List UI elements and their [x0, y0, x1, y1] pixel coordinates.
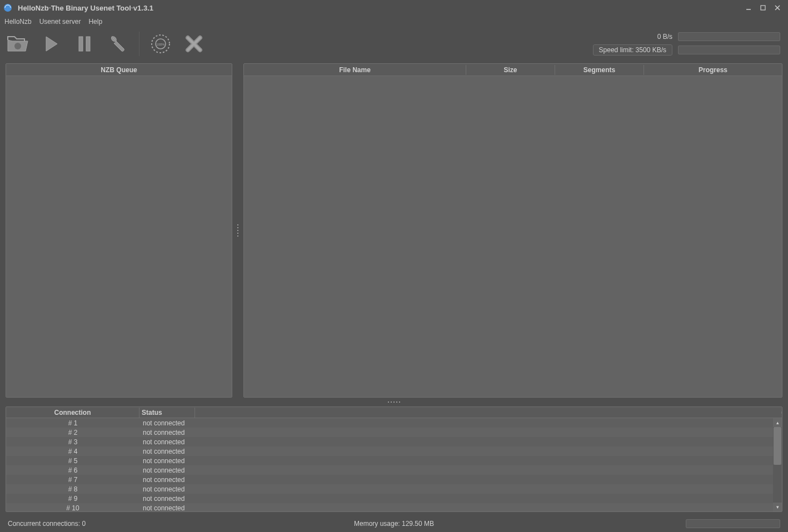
connection-row[interactable]: # 6not connected — [6, 465, 773, 475]
status-connections: Concurrent connections: 0 — [8, 520, 86, 528]
connection-row[interactable]: # 2not connected — [6, 428, 773, 437]
connection-id: # 10 — [6, 504, 139, 512]
connection-status: not connected — [139, 448, 251, 455]
svg-rect-2 — [761, 6, 765, 10]
nzb-queue-header[interactable]: NZB Queue — [6, 65, 232, 75]
connection-id: # 4 — [6, 448, 139, 455]
statusbar: Concurrent connections: 0 Memory usage: … — [0, 515, 788, 532]
connection-id: # 7 — [6, 476, 139, 484]
connection-row[interactable]: # 3not connected — [6, 437, 773, 446]
maximize-button[interactable] — [756, 2, 770, 13]
minimize-button[interactable] — [741, 2, 756, 13]
connection-id: # 2 — [6, 429, 139, 436]
connections-panel: Connection Status # 1not connected# 2not… — [6, 406, 782, 512]
menubar: HelloNzb Usenet server Help — [0, 16, 788, 28]
connection-status: not connected — [139, 504, 251, 512]
connection-row[interactable]: # 1not connected — [6, 418, 773, 428]
title-ver: v1.3.1 — [133, 4, 153, 12]
toolbar: 100% 0 B/s Speed limit: 3500 KB/s — [0, 28, 788, 60]
svg-rect-8 — [86, 37, 90, 51]
cancel-x-button[interactable] — [182, 32, 206, 56]
nzb-queue-body[interactable] — [6, 76, 232, 397]
open-folder-button[interactable] — [6, 32, 30, 56]
scroll-track[interactable] — [773, 427, 782, 503]
segments-header[interactable]: Segments — [555, 65, 644, 75]
menu-hellonzb[interactable]: HelloNzb — [4, 18, 32, 26]
connection-row[interactable]: # 7not connected — [6, 475, 773, 484]
connection-status: not connected — [139, 495, 251, 503]
file-list-body[interactable] — [244, 76, 782, 397]
file-list-panel: File Name Size Segments Progress — [243, 63, 782, 398]
vertical-splitter[interactable] — [236, 63, 240, 398]
toolbar-right: 0 B/s Speed limit: 3500 KB/s — [593, 32, 782, 56]
connection-row[interactable]: # 10not connected — [6, 503, 773, 511]
connection-status: not connected — [139, 485, 251, 493]
connection-id: # 3 — [6, 438, 139, 446]
svg-marker-6 — [46, 37, 57, 51]
scroll-down-button[interactable]: ▾ — [773, 503, 782, 511]
progress-header[interactable]: Progress — [644, 65, 782, 75]
connection-status: not connected — [139, 419, 251, 427]
title-sub: The Binary Usenet Tool — [51, 4, 131, 12]
status-progress-bar — [686, 519, 780, 528]
horizontal-splitter[interactable] — [6, 400, 782, 404]
connection-row[interactable]: # 8not connected — [6, 484, 773, 494]
main-area: NZB Queue File Name Size Segments Progre… — [0, 60, 788, 515]
toolbar-separator — [139, 32, 139, 56]
app-icon — [3, 3, 12, 12]
titlebar: HelloNzb - The Binary Usenet Tool - v1.3… — [0, 0, 788, 16]
settings-wrench-button[interactable] — [106, 32, 130, 56]
status-memory: Memory usage: 129.50 MB — [354, 520, 434, 528]
speed-label: 0 B/s — [657, 33, 672, 41]
connection-id: # 1 — [6, 419, 139, 427]
nzb-queue-panel: NZB Queue — [6, 63, 232, 398]
connection-header[interactable]: Connection — [6, 408, 139, 418]
menu-help[interactable]: Help — [88, 18, 102, 26]
connection-row[interactable]: # 9not connected — [6, 494, 773, 503]
play-button[interactable] — [39, 32, 63, 56]
file-name-header[interactable]: File Name — [244, 65, 466, 75]
scroll-thumb[interactable] — [774, 427, 781, 465]
size-header[interactable]: Size — [466, 65, 555, 75]
speed-gauge-button[interactable]: 100% — [148, 32, 173, 56]
connection-status: not connected — [139, 476, 251, 484]
title-app: HelloNzb — [18, 4, 49, 12]
connection-status: not connected — [139, 466, 251, 474]
speed-limit-button[interactable]: Speed limit: 3500 KB/s — [593, 44, 672, 56]
connection-id: # 9 — [6, 495, 139, 503]
svg-point-5 — [14, 43, 21, 49]
menu-usenet-server[interactable]: Usenet server — [39, 18, 81, 26]
overall-progress-bar — [678, 46, 780, 54]
pause-button[interactable] — [72, 32, 97, 56]
connections-scrollbar[interactable]: ▴ ▾ — [773, 418, 782, 511]
connection-id: # 8 — [6, 485, 139, 493]
connection-id: # 5 — [6, 457, 139, 465]
connection-status: not connected — [139, 438, 251, 446]
svg-rect-7 — [79, 37, 83, 51]
connection-row[interactable]: # 5not connected — [6, 456, 773, 465]
close-button[interactable] — [770, 2, 785, 13]
connection-id: # 6 — [6, 466, 139, 474]
scroll-up-button[interactable]: ▴ — [773, 418, 782, 427]
connections-list[interactable]: # 1not connected# 2not connected# 3not c… — [6, 418, 773, 511]
svg-text:100%: 100% — [156, 43, 165, 46]
speed-progress-bar — [678, 32, 780, 41]
connection-status: not connected — [139, 429, 251, 436]
connection-status: not connected — [139, 457, 251, 465]
status-header[interactable]: Status — [139, 408, 195, 418]
connection-row[interactable]: # 4not connected — [6, 446, 773, 456]
